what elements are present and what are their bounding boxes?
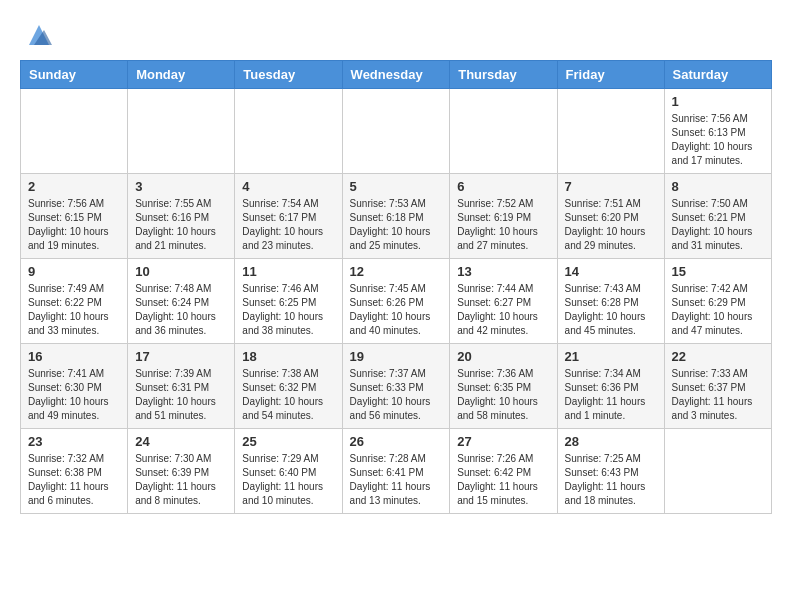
day-number: 17 [135, 349, 227, 364]
day-info: Sunrise: 7:32 AM Sunset: 6:38 PM Dayligh… [28, 452, 120, 508]
calendar-cell: 21Sunrise: 7:34 AM Sunset: 6:36 PM Dayli… [557, 344, 664, 429]
day-info: Sunrise: 7:51 AM Sunset: 6:20 PM Dayligh… [565, 197, 657, 253]
day-info: Sunrise: 7:25 AM Sunset: 6:43 PM Dayligh… [565, 452, 657, 508]
calendar-cell: 3Sunrise: 7:55 AM Sunset: 6:16 PM Daylig… [128, 174, 235, 259]
calendar-cell: 12Sunrise: 7:45 AM Sunset: 6:26 PM Dayli… [342, 259, 450, 344]
calendar-cell: 22Sunrise: 7:33 AM Sunset: 6:37 PM Dayli… [664, 344, 771, 429]
day-info: Sunrise: 7:46 AM Sunset: 6:25 PM Dayligh… [242, 282, 334, 338]
day-number: 27 [457, 434, 549, 449]
calendar-cell [342, 89, 450, 174]
day-info: Sunrise: 7:50 AM Sunset: 6:21 PM Dayligh… [672, 197, 764, 253]
day-header-wednesday: Wednesday [342, 61, 450, 89]
calendar-cell: 11Sunrise: 7:46 AM Sunset: 6:25 PM Dayli… [235, 259, 342, 344]
day-header-thursday: Thursday [450, 61, 557, 89]
days-of-week-row: SundayMondayTuesdayWednesdayThursdayFrid… [21, 61, 772, 89]
calendar-cell: 18Sunrise: 7:38 AM Sunset: 6:32 PM Dayli… [235, 344, 342, 429]
calendar-cell: 28Sunrise: 7:25 AM Sunset: 6:43 PM Dayli… [557, 429, 664, 514]
day-number: 7 [565, 179, 657, 194]
day-number: 22 [672, 349, 764, 364]
day-info: Sunrise: 7:36 AM Sunset: 6:35 PM Dayligh… [457, 367, 549, 423]
calendar-cell [557, 89, 664, 174]
calendar-cell: 7Sunrise: 7:51 AM Sunset: 6:20 PM Daylig… [557, 174, 664, 259]
day-info: Sunrise: 7:49 AM Sunset: 6:22 PM Dayligh… [28, 282, 120, 338]
calendar-week-4: 16Sunrise: 7:41 AM Sunset: 6:30 PM Dayli… [21, 344, 772, 429]
day-info: Sunrise: 7:43 AM Sunset: 6:28 PM Dayligh… [565, 282, 657, 338]
calendar-cell: 10Sunrise: 7:48 AM Sunset: 6:24 PM Dayli… [128, 259, 235, 344]
day-info: Sunrise: 7:54 AM Sunset: 6:17 PM Dayligh… [242, 197, 334, 253]
day-info: Sunrise: 7:37 AM Sunset: 6:33 PM Dayligh… [350, 367, 443, 423]
day-number: 21 [565, 349, 657, 364]
day-number: 9 [28, 264, 120, 279]
calendar-week-3: 9Sunrise: 7:49 AM Sunset: 6:22 PM Daylig… [21, 259, 772, 344]
calendar-cell [128, 89, 235, 174]
calendar-cell: 14Sunrise: 7:43 AM Sunset: 6:28 PM Dayli… [557, 259, 664, 344]
day-number: 1 [672, 94, 764, 109]
day-header-sunday: Sunday [21, 61, 128, 89]
day-header-saturday: Saturday [664, 61, 771, 89]
day-info: Sunrise: 7:48 AM Sunset: 6:24 PM Dayligh… [135, 282, 227, 338]
day-number: 26 [350, 434, 443, 449]
day-info: Sunrise: 7:56 AM Sunset: 6:15 PM Dayligh… [28, 197, 120, 253]
day-number: 15 [672, 264, 764, 279]
calendar-cell: 27Sunrise: 7:26 AM Sunset: 6:42 PM Dayli… [450, 429, 557, 514]
day-info: Sunrise: 7:34 AM Sunset: 6:36 PM Dayligh… [565, 367, 657, 423]
page-header [20, 20, 772, 50]
day-info: Sunrise: 7:38 AM Sunset: 6:32 PM Dayligh… [242, 367, 334, 423]
calendar-week-1: 1Sunrise: 7:56 AM Sunset: 6:13 PM Daylig… [21, 89, 772, 174]
day-info: Sunrise: 7:28 AM Sunset: 6:41 PM Dayligh… [350, 452, 443, 508]
calendar-week-2: 2Sunrise: 7:56 AM Sunset: 6:15 PM Daylig… [21, 174, 772, 259]
calendar-cell: 4Sunrise: 7:54 AM Sunset: 6:17 PM Daylig… [235, 174, 342, 259]
day-info: Sunrise: 7:41 AM Sunset: 6:30 PM Dayligh… [28, 367, 120, 423]
day-number: 13 [457, 264, 549, 279]
day-number: 4 [242, 179, 334, 194]
day-number: 2 [28, 179, 120, 194]
calendar-cell: 20Sunrise: 7:36 AM Sunset: 6:35 PM Dayli… [450, 344, 557, 429]
calendar-cell [21, 89, 128, 174]
day-number: 28 [565, 434, 657, 449]
day-info: Sunrise: 7:44 AM Sunset: 6:27 PM Dayligh… [457, 282, 549, 338]
day-number: 20 [457, 349, 549, 364]
day-header-tuesday: Tuesday [235, 61, 342, 89]
calendar-cell [450, 89, 557, 174]
day-info: Sunrise: 7:29 AM Sunset: 6:40 PM Dayligh… [242, 452, 334, 508]
day-number: 3 [135, 179, 227, 194]
day-info: Sunrise: 7:42 AM Sunset: 6:29 PM Dayligh… [672, 282, 764, 338]
day-number: 25 [242, 434, 334, 449]
calendar-table: SundayMondayTuesdayWednesdayThursdayFrid… [20, 60, 772, 514]
day-number: 23 [28, 434, 120, 449]
day-number: 12 [350, 264, 443, 279]
calendar-body: 1Sunrise: 7:56 AM Sunset: 6:13 PM Daylig… [21, 89, 772, 514]
day-number: 14 [565, 264, 657, 279]
calendar-cell: 9Sunrise: 7:49 AM Sunset: 6:22 PM Daylig… [21, 259, 128, 344]
day-info: Sunrise: 7:52 AM Sunset: 6:19 PM Dayligh… [457, 197, 549, 253]
day-number: 18 [242, 349, 334, 364]
calendar-cell: 16Sunrise: 7:41 AM Sunset: 6:30 PM Dayli… [21, 344, 128, 429]
calendar-cell: 23Sunrise: 7:32 AM Sunset: 6:38 PM Dayli… [21, 429, 128, 514]
calendar-cell: 5Sunrise: 7:53 AM Sunset: 6:18 PM Daylig… [342, 174, 450, 259]
day-info: Sunrise: 7:39 AM Sunset: 6:31 PM Dayligh… [135, 367, 227, 423]
day-header-monday: Monday [128, 61, 235, 89]
day-number: 19 [350, 349, 443, 364]
calendar-cell: 8Sunrise: 7:50 AM Sunset: 6:21 PM Daylig… [664, 174, 771, 259]
day-info: Sunrise: 7:30 AM Sunset: 6:39 PM Dayligh… [135, 452, 227, 508]
calendar-cell: 25Sunrise: 7:29 AM Sunset: 6:40 PM Dayli… [235, 429, 342, 514]
calendar-cell: 19Sunrise: 7:37 AM Sunset: 6:33 PM Dayli… [342, 344, 450, 429]
day-info: Sunrise: 7:33 AM Sunset: 6:37 PM Dayligh… [672, 367, 764, 423]
day-number: 8 [672, 179, 764, 194]
calendar-header: SundayMondayTuesdayWednesdayThursdayFrid… [21, 61, 772, 89]
day-info: Sunrise: 7:55 AM Sunset: 6:16 PM Dayligh… [135, 197, 227, 253]
calendar-cell: 17Sunrise: 7:39 AM Sunset: 6:31 PM Dayli… [128, 344, 235, 429]
day-info: Sunrise: 7:56 AM Sunset: 6:13 PM Dayligh… [672, 112, 764, 168]
day-number: 6 [457, 179, 549, 194]
calendar-cell: 1Sunrise: 7:56 AM Sunset: 6:13 PM Daylig… [664, 89, 771, 174]
day-info: Sunrise: 7:45 AM Sunset: 6:26 PM Dayligh… [350, 282, 443, 338]
day-number: 16 [28, 349, 120, 364]
day-number: 10 [135, 264, 227, 279]
logo [20, 20, 54, 50]
calendar-cell: 2Sunrise: 7:56 AM Sunset: 6:15 PM Daylig… [21, 174, 128, 259]
day-info: Sunrise: 7:26 AM Sunset: 6:42 PM Dayligh… [457, 452, 549, 508]
calendar-cell [664, 429, 771, 514]
calendar-cell: 26Sunrise: 7:28 AM Sunset: 6:41 PM Dayli… [342, 429, 450, 514]
calendar-cell [235, 89, 342, 174]
calendar-cell: 24Sunrise: 7:30 AM Sunset: 6:39 PM Dayli… [128, 429, 235, 514]
